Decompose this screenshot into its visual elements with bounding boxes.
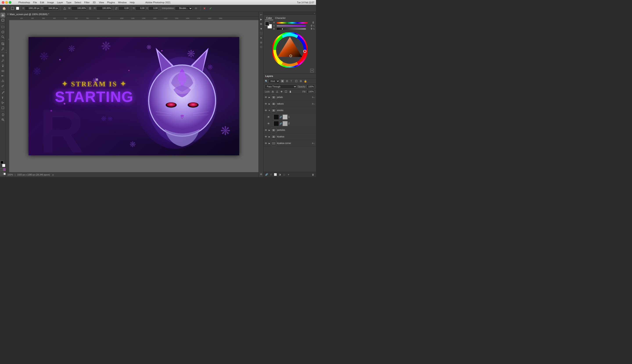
blend-mode-select[interactable]: Pass Through: [265, 84, 297, 88]
transform-3d-icon[interactable]: ⬡: [259, 45, 263, 49]
shapes-icon[interactable]: ◎: [259, 40, 263, 44]
link-layers-button[interactable]: 🔗: [265, 173, 268, 176]
magic-wand-tool[interactable]: [1, 34, 5, 40]
minimize-button[interactable]: [5, 1, 8, 4]
path-select-tool[interactable]: [1, 100, 5, 105]
layer-expand-button[interactable]: ▶: [268, 103, 270, 105]
interpolation-select[interactable]: Bicubic...: [175, 6, 192, 10]
menu-image[interactable]: Image: [46, 1, 55, 4]
w-input[interactable]: [71, 6, 87, 10]
artboard-tool[interactable]: [1, 18, 5, 22]
layer-visibility-toggle[interactable]: 👁: [267, 116, 270, 118]
layer-item[interactable]: 👁 ▶ kiyaksa corner fx ↓: [264, 140, 316, 146]
saturation-slider[interactable]: [277, 25, 306, 26]
filter-lock-button[interactable]: 🔒: [304, 79, 307, 83]
filter-smart-button[interactable]: [299, 79, 303, 83]
lock-image-button[interactable]: [275, 90, 279, 93]
quick-mask-off-button[interactable]: [0, 168, 3, 171]
eyedropper-tool[interactable]: [1, 46, 5, 51]
status-arrow[interactable]: ▶: [53, 174, 54, 176]
add-mask-button[interactable]: ⬜: [274, 173, 277, 176]
lasso-tool[interactable]: [1, 30, 5, 34]
layer-item[interactable]: 👁 ▼ smoke: [264, 107, 316, 114]
warp-icon[interactable]: [193, 6, 198, 11]
home-button[interactable]: 🏠: [1, 6, 7, 11]
tab-character[interactable]: Character: [274, 16, 287, 20]
move-tool[interactable]: [1, 13, 5, 18]
layer-visibility-toggle[interactable]: 👁: [264, 109, 268, 112]
brightness-slider[interactable]: [277, 28, 306, 30]
color-wheel-wrapper[interactable]: [272, 32, 307, 68]
fill-input[interactable]: [307, 90, 315, 93]
panel-collapse-bar[interactable]: «: [264, 12, 316, 15]
play-icon[interactable]: ▶: [259, 17, 263, 21]
layer-item[interactable]: 👁 ▶ sakura fx ↓: [264, 100, 316, 107]
color-wheel-svg[interactable]: [272, 32, 307, 68]
shape-tool[interactable]: [1, 106, 5, 110]
layer-expand-button[interactable]: ▶: [268, 136, 270, 138]
blur-tool[interactable]: [1, 78, 5, 83]
filter-adjust-button[interactable]: [285, 79, 289, 83]
grid-icon[interactable]: ⊞: [259, 22, 263, 26]
filter-type-button[interactable]: T: [290, 79, 294, 83]
maximize-button[interactable]: [9, 1, 12, 4]
hand-tool[interactable]: [1, 112, 5, 117]
psd-document[interactable]: ❋ ❋ ❋ ❋ ❋ ❋ ❋ ❋ ❋ ❋ ❋ ❋ ❋: [29, 37, 239, 155]
layer-visibility-toggle[interactable]: 👁: [264, 142, 268, 145]
tab-color[interactable]: Color: [265, 16, 273, 20]
layer-expand-button[interactable]: ▶: [268, 129, 270, 131]
transform-checkbox[interactable]: [16, 7, 19, 10]
h-input[interactable]: [96, 6, 112, 10]
delete-layer-button[interactable]: 🗑: [311, 173, 315, 176]
crop-tool[interactable]: [1, 42, 5, 46]
menu-type[interactable]: Type: [65, 1, 73, 4]
add-style-button[interactable]: f: [269, 173, 273, 176]
layer-expand-button[interactable]: ▶: [268, 96, 270, 98]
menu-filter[interactable]: Filter: [83, 1, 91, 4]
x-input[interactable]: [25, 6, 40, 10]
close-button[interactable]: [2, 1, 5, 4]
eraser-tool[interactable]: [1, 68, 5, 73]
layer-item[interactable]: 👁 ▶ kiyaksa: [264, 134, 316, 140]
color-wheel-container[interactable]: [265, 32, 315, 68]
fg-color-swatch[interactable]: [265, 22, 269, 26]
foreground-color-swatch[interactable]: [1, 161, 4, 164]
layer-link-icon[interactable]: 🔗: [280, 116, 282, 118]
clone-stamp-tool[interactable]: [1, 63, 5, 68]
layer-kind-select[interactable]: Kind: [269, 79, 280, 83]
screen-mode-button[interactable]: □: [0, 172, 3, 175]
layer-visibility-toggle[interactable]: 👁: [267, 122, 270, 125]
add-color-button[interactable]: +: [310, 69, 314, 72]
lock-all-button[interactable]: [289, 90, 292, 93]
rot-v-input[interactable]: [149, 6, 158, 10]
new-layer-button[interactable]: +: [287, 173, 290, 176]
layer-expand-button[interactable]: ▼: [268, 109, 270, 112]
background-color-swatch[interactable]: [2, 164, 5, 167]
rot-h-input[interactable]: [135, 6, 145, 10]
new-group-button[interactable]: □: [282, 173, 286, 176]
lock-transparent-button[interactable]: [271, 90, 275, 93]
menu-view[interactable]: View: [97, 1, 105, 4]
gradient-tool[interactable]: [1, 74, 5, 78]
menu-3d[interactable]: 3D: [91, 1, 97, 4]
menu-select[interactable]: Select: [73, 1, 83, 4]
menu-photoshop[interactable]: Photoshop: [17, 1, 31, 4]
zoom-tool[interactable]: [1, 117, 5, 122]
healing-tool[interactable]: [1, 53, 5, 58]
layer-item[interactable]: 👁 🔗 2: [266, 120, 316, 127]
pen-tool[interactable]: [1, 90, 5, 95]
adjustment-layer-button[interactable]: ◑: [278, 173, 282, 176]
y-input[interactable]: [44, 6, 59, 10]
filter-shape-button[interactable]: [294, 79, 298, 83]
3d-icon[interactable]: ◈: [259, 26, 263, 30]
marquee-tool[interactable]: [1, 24, 5, 29]
link-icon[interactable]: ⛓: [88, 6, 93, 11]
layer-item[interactable]: 👁 ▶ petals fx ↓: [264, 94, 316, 100]
layers-list[interactable]: 👁 ▶ petals fx ↓ 👁 ▶: [264, 94, 316, 172]
layer-link-icon[interactable]: 🔗: [280, 122, 282, 125]
lock-position-button[interactable]: [280, 90, 283, 93]
select-tool-button[interactable]: [10, 6, 15, 11]
brush-tool[interactable]: [1, 58, 5, 63]
skew-h-input[interactable]: [118, 6, 129, 10]
layer-expand-button[interactable]: ▶: [268, 142, 270, 144]
